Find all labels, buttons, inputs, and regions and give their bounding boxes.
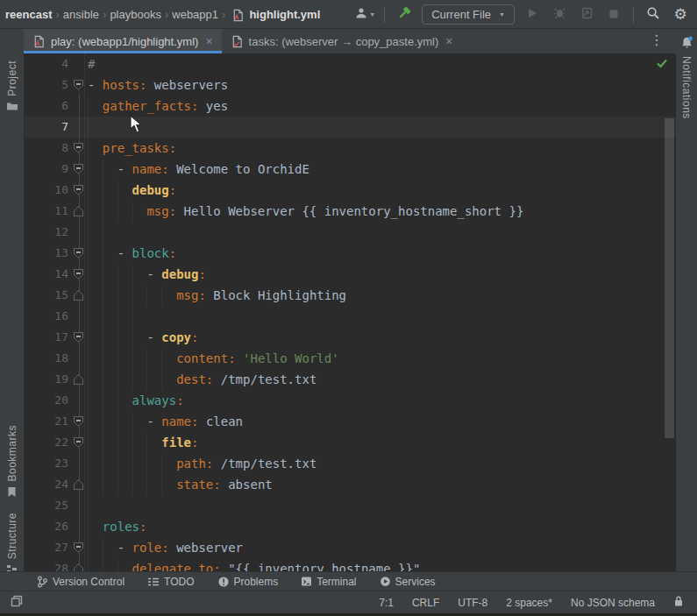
fold-marker-open[interactable] bbox=[74, 269, 83, 280]
fold-marker-open[interactable] bbox=[74, 80, 83, 90]
code-line[interactable]: 24 state: absent bbox=[24, 474, 676, 495]
scrollbar-thumb[interactable] bbox=[665, 118, 674, 438]
fold-marker-end[interactable] bbox=[74, 290, 83, 301]
code-line[interactable]: 26 roles: bbox=[24, 516, 676, 537]
debug-button[interactable] bbox=[550, 5, 569, 25]
gutter: 12 bbox=[24, 222, 85, 243]
breadcrumb-item[interactable]: playbooks bbox=[110, 8, 161, 21]
code-line[interactable]: 6 gather_facts: yes bbox=[24, 96, 676, 117]
fold-marker-open[interactable] bbox=[74, 542, 83, 553]
code-line[interactable]: 5- hosts: webservers bbox=[24, 74, 676, 96]
indent-guide bbox=[132, 369, 133, 390]
code-line[interactable]: 22 file: bbox=[24, 432, 676, 453]
gutter: 7 bbox=[24, 117, 85, 138]
code-line[interactable]: 4# bbox=[24, 53, 676, 74]
code-line[interactable]: 19 dest: /tmp/test.txt bbox=[24, 369, 676, 390]
close-icon[interactable]: × bbox=[445, 34, 452, 48]
tool-window-button-problems[interactable]: Problems bbox=[217, 576, 279, 588]
editor-tab[interactable]: play: (webapp1/highlight.yml)× bbox=[24, 29, 222, 53]
code-line[interactable]: 25 bbox=[24, 495, 676, 516]
gutter: 22 bbox=[24, 432, 85, 453]
search-everywhere-button[interactable] bbox=[644, 5, 663, 25]
fold-marker-end[interactable] bbox=[74, 374, 83, 385]
stripe-label: Bookmarks bbox=[6, 425, 18, 482]
fold-marker-open[interactable] bbox=[74, 185, 83, 195]
tool-window-stripe-button-bookmarks[interactable]: Bookmarks bbox=[0, 425, 24, 500]
editor[interactable]: 4#5- hosts: webservers6 gather_facts: ye… bbox=[24, 53, 676, 571]
fold-marker-open[interactable] bbox=[74, 143, 83, 153]
code-line[interactable]: 20 always: bbox=[24, 390, 676, 411]
code-line[interactable]: 13 - block: bbox=[24, 243, 676, 264]
code-line[interactable]: 21 - name: clean bbox=[24, 411, 676, 432]
code-line[interactable]: 14 - debug: bbox=[24, 264, 676, 285]
indent-guide bbox=[132, 201, 133, 222]
settings-button[interactable]: ⚙ bbox=[671, 5, 690, 25]
build-project-button[interactable] bbox=[395, 5, 414, 25]
breadcrumb-item[interactable]: ansible bbox=[63, 8, 99, 21]
code-token: file bbox=[161, 435, 191, 450]
tool-window-stripe-button-project[interactable]: Project bbox=[0, 60, 24, 114]
fold-marker-end[interactable] bbox=[74, 206, 83, 216]
line-separator-widget[interactable]: CRLF bbox=[412, 597, 439, 609]
tool-window-button-version-control[interactable]: Version Control bbox=[37, 576, 124, 588]
tool-window-button-terminal[interactable]: Terminal bbox=[301, 576, 356, 588]
code-line[interactable]: 8 pre_tasks: bbox=[24, 138, 676, 159]
tab-options-icon[interactable]: ⋮ bbox=[650, 32, 664, 48]
line-number: 21 bbox=[33, 411, 68, 432]
tool-window-switcher-icon[interactable] bbox=[11, 595, 23, 610]
close-icon[interactable]: × bbox=[205, 34, 212, 48]
code-line[interactable]: 7 bbox=[24, 117, 676, 138]
problems-icon bbox=[217, 576, 230, 588]
editor-tab[interactable]: tasks: (webserver → copy_paste.yml)× bbox=[222, 29, 462, 53]
stop-button[interactable] bbox=[604, 5, 623, 25]
code-token: debug bbox=[161, 267, 198, 281]
fold-marker-open[interactable] bbox=[74, 437, 83, 448]
code-line[interactable]: 27 - role: webserver bbox=[24, 537, 676, 558]
indent-guide bbox=[103, 411, 103, 432]
indent-guide bbox=[103, 390, 103, 411]
caret-position-widget[interactable]: 7:1 bbox=[379, 597, 394, 609]
code-line[interactable]: 18 content: 'Hello World' bbox=[24, 348, 676, 369]
breadcrumb-item[interactable]: webapp1 bbox=[172, 8, 218, 21]
fold-marker-open[interactable] bbox=[74, 332, 83, 343]
indent-guide bbox=[117, 453, 118, 474]
code-token: : bbox=[169, 246, 176, 260]
code-line[interactable]: 23 path: /tmp/test.txt bbox=[24, 453, 676, 474]
gutter: 25 bbox=[24, 495, 85, 516]
code-text: debug: bbox=[85, 180, 676, 201]
code-line[interactable]: 9 - name: Welcome to OrchidE bbox=[24, 159, 676, 180]
ide-window: reencast›ansible›playbooks›webapp1›highl… bbox=[0, 0, 697, 616]
breadcrumb-item[interactable]: highlight.yml bbox=[249, 8, 320, 21]
fold-marker-end[interactable] bbox=[74, 479, 83, 490]
code-line[interactable]: 17 - copy: bbox=[24, 327, 676, 348]
tool-window-stripe-button-notifications[interactable]: Notifications bbox=[676, 36, 697, 119]
code-line[interactable]: 11 msg: Hello Webserver {{ inventory_hos… bbox=[24, 201, 676, 222]
schema-widget[interactable]: No JSON schema bbox=[571, 597, 655, 609]
fold-marker-open[interactable] bbox=[74, 416, 83, 427]
indent-guide bbox=[103, 348, 103, 369]
indent-widget[interactable]: 2 spaces* bbox=[506, 597, 552, 609]
fold-marker-open[interactable] bbox=[74, 164, 83, 174]
breadcrumb-item[interactable]: reencast bbox=[5, 8, 52, 21]
tool-window-stripe-button-structure[interactable]: Structure bbox=[0, 513, 24, 577]
coverage-button[interactable] bbox=[577, 5, 596, 25]
code-line[interactable]: 12 bbox=[24, 222, 676, 243]
code-line[interactable]: 10 debug: bbox=[24, 180, 676, 201]
code-line[interactable]: 15 msg: Block Highlighting bbox=[24, 285, 676, 306]
bug-icon bbox=[553, 6, 566, 23]
code-line[interactable]: 28 delegate_to: "{{ inventory_hostname }… bbox=[24, 558, 676, 571]
code-line[interactable]: 16 bbox=[24, 306, 676, 327]
tool-window-button-label: TODO bbox=[164, 576, 194, 588]
fold-marker-open[interactable] bbox=[74, 248, 83, 258]
tool-window-button-todo[interactable]: TODO bbox=[147, 576, 194, 588]
indent-guide bbox=[146, 285, 147, 306]
lock-icon[interactable] bbox=[673, 595, 684, 610]
tool-window-button-services[interactable]: Services bbox=[380, 576, 436, 588]
fold-marker-end[interactable] bbox=[74, 563, 83, 571]
inspections-ok-icon[interactable] bbox=[656, 56, 668, 72]
user-menu-button[interactable]: ▼ bbox=[355, 5, 374, 25]
code-text: always: bbox=[85, 390, 676, 411]
run-configuration-selector[interactable]: Current File ▼ bbox=[422, 4, 515, 25]
run-button[interactable] bbox=[523, 5, 542, 25]
encoding-widget[interactable]: UTF-8 bbox=[458, 597, 487, 609]
